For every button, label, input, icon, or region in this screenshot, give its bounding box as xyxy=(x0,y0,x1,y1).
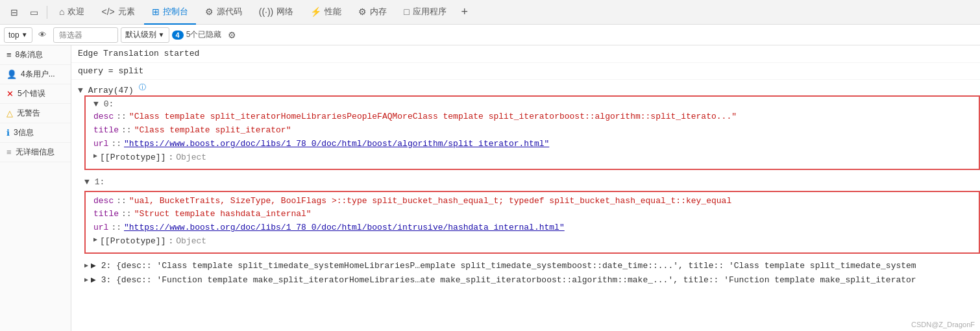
warning-icon: △ xyxy=(6,108,13,118)
row3-text: ▶ 3: {desc:: 'Function template make_spl… xyxy=(91,273,916,288)
sidebar-messages-label: 8条消息 xyxy=(16,49,43,60)
console-settings-button[interactable]: ⚙ xyxy=(224,27,239,43)
field1-url-value[interactable]: "https://www.boost.org/doc/libs/1_78_0/d… xyxy=(124,221,565,235)
proto0-triangle[interactable]: ▶ xyxy=(93,151,97,165)
console-line-translation: Edge Translation started xyxy=(71,45,980,63)
console-content[interactable]: Edge Translation started query = split ▼… xyxy=(71,45,980,331)
entry1-index-row: ▼ 1: xyxy=(84,175,980,190)
entry0-field-title: title :: "Class template split_iterator" xyxy=(93,124,971,138)
entry0-triangle[interactable]: ▼ xyxy=(93,99,99,109)
sidebar-item-verbose[interactable]: ≡ 无详细信息 xyxy=(0,143,71,162)
row3-triangle[interactable]: ▶ xyxy=(84,275,88,286)
field-url-key: url xyxy=(93,138,108,151)
dock-icon-btn[interactable]: ⊟ xyxy=(5,3,23,21)
array-triangle[interactable]: ▼ xyxy=(78,86,83,95)
entry0-field-proto: ▶ [[Prototype]] : Object xyxy=(93,151,971,165)
sidebar-item-errors[interactable]: ✕ 5个错误 xyxy=(0,84,71,104)
sidebar-item-info[interactable]: ℹ 3信息 xyxy=(0,123,71,143)
tab-network[interactable]: ((·)) 网络 xyxy=(251,0,302,25)
entry0-header[interactable]: ▼ 0: xyxy=(93,99,971,109)
field1-url-colon: :: xyxy=(111,221,121,235)
field-desc-colon: :: xyxy=(116,110,127,124)
field-title-key: title xyxy=(93,124,119,138)
proto0-key: [[Prototype]] xyxy=(100,151,165,165)
info-icon: ℹ xyxy=(6,128,10,138)
obj-row-2: ▶ ▶ 2: {desc:: 'Class template split_tim… xyxy=(84,259,980,273)
chevron-down-icon-2: ▼ xyxy=(158,31,165,38)
row2-triangle[interactable]: ▶ xyxy=(84,260,88,271)
device-icon-btn[interactable]: ▭ xyxy=(25,3,43,21)
eye-button[interactable]: 👁 xyxy=(35,27,51,43)
add-tab-button[interactable]: + xyxy=(456,3,474,21)
field1-title-key: title xyxy=(93,208,119,221)
hidden-count: 5个已隐藏 xyxy=(186,29,222,40)
chevron-down-icon: ▼ xyxy=(21,31,28,38)
field1-url-key: url xyxy=(93,221,108,235)
array-label[interactable]: ▼ Array(47) ⓘ xyxy=(78,82,974,95)
sidebar-errors-label: 5个错误 xyxy=(18,88,45,99)
field1-title-value: "Struct template hashdata_internal" xyxy=(134,208,312,221)
entry0-header-text: 0: xyxy=(104,99,114,109)
sidebar-verbose-label: 无详细信息 xyxy=(16,147,55,158)
sidebar-item-messages[interactable]: ≡ 8条消息 xyxy=(0,45,71,65)
sources-icon: ⚙ xyxy=(205,6,214,17)
field1-desc-colon: :: xyxy=(116,195,127,208)
proto1-key: [[Prototype]] xyxy=(100,235,165,249)
sidebar-user-label: 4条用户... xyxy=(21,69,55,80)
tab-sources[interactable]: ⚙ 源代码 xyxy=(197,0,250,25)
proto0-value: Object xyxy=(176,151,206,165)
tab-memory-label: 内存 xyxy=(370,6,387,18)
tab-console-label: 控制台 xyxy=(163,6,188,18)
elements-icon: </> xyxy=(101,6,114,17)
sidebar-item-warnings[interactable]: △ 无警告 xyxy=(0,104,71,123)
performance-icon: ⚡ xyxy=(310,6,321,17)
line-translation-text: Edge Translation started xyxy=(78,47,974,60)
proto1-value: Object xyxy=(176,235,206,249)
messages-icon: ≡ xyxy=(6,50,12,60)
context-value: top xyxy=(8,31,19,40)
tab-application[interactable]: □ 应用程序 xyxy=(396,0,454,25)
tab-application-label: 应用程序 xyxy=(413,6,447,18)
tab-console[interactable]: ⊞ 控制台 xyxy=(144,0,196,25)
obj-row-3: ▶ ▶ 3: {desc:: 'Function template make_s… xyxy=(84,273,980,288)
toolbar-sep-1 xyxy=(47,6,47,19)
field1-title-colon: :: xyxy=(121,208,132,221)
context-selector[interactable]: top ▼ xyxy=(4,27,32,43)
tab-welcome-label: 欢迎 xyxy=(67,6,84,18)
user-icon: 👤 xyxy=(6,69,17,79)
tab-elements[interactable]: </> 元素 xyxy=(93,0,142,25)
field-url-value[interactable]: "https://www.boost.org/doc/libs/1_78_0/d… xyxy=(124,138,549,151)
tab-performance[interactable]: ⚡ 性能 xyxy=(302,0,349,25)
tab-elements-label: 元素 xyxy=(118,6,135,18)
field-url-colon: :: xyxy=(111,138,121,151)
level-label: 默认级别 xyxy=(125,29,156,40)
filter-bar: top ▼ 👁 默认级别 ▼ 4 5个已隐藏 ⚙ xyxy=(0,25,980,45)
level-selector[interactable]: 默认级别 ▼ xyxy=(121,27,169,43)
entry0-field-url: url :: "https://www.boost.org/doc/libs/1… xyxy=(93,138,971,151)
entry1-triangle-row[interactable]: ▼ xyxy=(84,177,90,187)
field-desc-value: "Class template split_iteratorHomeLibrar… xyxy=(129,110,737,124)
proto1-triangle[interactable]: ▶ xyxy=(93,235,97,249)
tab-welcome[interactable]: ⌂ 欢迎 xyxy=(51,0,92,25)
obj-entry-0: ▼ 0: desc :: "Class template split_itera… xyxy=(84,95,980,169)
application-icon: □ xyxy=(404,6,409,17)
error-icon: ✕ xyxy=(6,89,14,99)
tab-memory[interactable]: ⚙ 内存 xyxy=(350,0,395,25)
entry1-field-url: url :: "https://www.boost.org/doc/libs/1… xyxy=(93,221,971,235)
welcome-icon: ⌂ xyxy=(59,6,64,17)
filter-input[interactable] xyxy=(53,27,118,43)
tab-network-label: 网络 xyxy=(276,6,293,18)
message-badge: 4 xyxy=(172,31,184,40)
sidebar-info-label: 3信息 xyxy=(14,127,34,138)
field-title-value: "Class template split_iterator" xyxy=(134,124,291,138)
filter-bar-left: top ▼ 👁 默认级别 ▼ 4 5个已隐藏 ⚙ xyxy=(4,27,239,43)
array-info-icon[interactable]: ⓘ xyxy=(139,84,146,92)
main-area: ≡ 8条消息 👤 4条用户... ✕ 5个错误 △ 无警告 ℹ 3信息 ≡ 无详… xyxy=(0,45,980,331)
network-icon: ((·)) xyxy=(259,6,274,17)
sidebar-warnings-label: 无警告 xyxy=(17,108,40,119)
proto0-colon: : xyxy=(168,151,173,165)
memory-icon: ⚙ xyxy=(358,6,367,17)
entry1-index: 1: xyxy=(95,177,105,187)
sidebar-item-user[interactable]: 👤 4条用户... xyxy=(0,65,71,84)
proto1-colon: : xyxy=(168,235,173,249)
